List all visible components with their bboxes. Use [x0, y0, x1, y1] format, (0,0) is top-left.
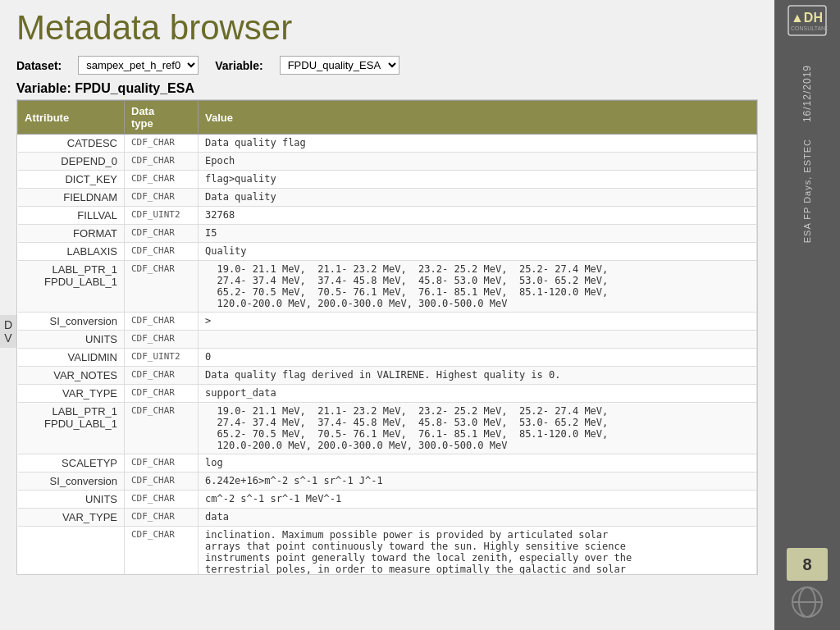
svg-text:CONSULTANCY: CONSULTANCY [791, 25, 828, 31]
table-cell-datatype: CDF_UINT2 [125, 349, 199, 367]
table-row: FILLVALCDF_UINT232768 [18, 207, 757, 225]
logo: ▲DH CONSULTANCY [787, 4, 828, 40]
col-header-attribute: Attribute [18, 101, 125, 135]
table-cell-attribute: FILLVAL [18, 207, 125, 225]
table-cell-attribute: SCALETYP [18, 454, 125, 472]
table-cell-value: Epoch [199, 153, 757, 171]
table-header-row: Attribute Datatype Value [18, 101, 757, 135]
table-row: VAR_TYPECDF_CHARsupport_data [18, 385, 757, 403]
col-header-value: Value [199, 101, 757, 135]
table-cell-attribute: CATDESC [18, 135, 125, 153]
table-cell-value: support_data [199, 385, 757, 403]
table-cell-datatype: CDF_UINT2 [125, 207, 199, 225]
svg-text:▲DH: ▲DH [791, 11, 823, 25]
table-cell-datatype: CDF_CHAR [125, 225, 199, 243]
sidebar-event: ESA FP Days, ESTEC [802, 139, 812, 243]
table-cell-value: Quality [199, 243, 757, 261]
table-cell-attribute: FIELDNAM [18, 189, 125, 207]
metadata-table: Attribute Datatype Value CATDESCCDF_CHAR… [17, 100, 757, 575]
table-cell-datatype: CDF_CHAR [125, 509, 199, 527]
table-cell-value: Data quality flag derived in VALIRENE. H… [199, 367, 757, 385]
table-row: CDF_CHARinclination. Maximum possible po… [18, 527, 757, 576]
table-row: LABLAXISCDF_CHARQuality [18, 243, 757, 261]
table-cell-value: data [199, 509, 757, 527]
table-cell-value: 19.0- 21.1 MeV, 21.1- 23.2 MeV, 23.2- 25… [199, 403, 757, 454]
table-row: SCALETYPCDF_CHARlog [18, 454, 757, 472]
metadata-table-container: Attribute Datatype Value CATDESCCDF_CHAR… [16, 99, 758, 575]
col-header-datatype: Datatype [125, 101, 199, 135]
table-row: UNITSCDF_CHAR [18, 331, 757, 349]
table-cell-attribute: UNITS [18, 331, 125, 349]
table-cell-datatype: CDF_CHAR [125, 331, 199, 349]
variable-select[interactable]: FPDU_quality_ESA [280, 56, 399, 75]
table-cell-attribute: SI_conversion [18, 472, 125, 491]
table-row: FORMATCDF_CHARI5 [18, 225, 757, 243]
table-cell-datatype: CDF_CHAR [125, 527, 199, 576]
table-cell-datatype: CDF_CHAR [125, 135, 199, 153]
table-cell-datatype: CDF_CHAR [125, 454, 199, 472]
table-cell-value: Data quality flag [199, 135, 757, 153]
table-row: UNITSCDF_CHARcm^-2 s^-1 sr^-1 MeV^-1 [18, 491, 757, 509]
variable-label: Variable: [215, 59, 262, 72]
table-cell-datatype: CDF_CHAR [125, 243, 199, 261]
table-row: LABL_PTR_1 FPDU_LABL_1CDF_CHAR 19.0- 21.… [18, 403, 757, 454]
dataset-label: Dataset: [16, 59, 62, 72]
page-number-badge: 8 [787, 548, 828, 581]
table-cell-attribute: LABL_PTR_1 FPDU_LABL_1 [18, 403, 125, 454]
table-cell-attribute: FORMAT [18, 225, 125, 243]
table-cell-datatype: CDF_CHAR [125, 385, 199, 403]
table-row: CATDESCCDF_CHARData quality flag [18, 135, 757, 153]
table-cell-value: inclination. Maximum possible power is p… [199, 527, 757, 576]
table-row: LABL_PTR_1 FPDU_LABL_1CDF_CHAR 19.0- 21.… [18, 261, 757, 313]
sidebar: ▲DH CONSULTANCY 16/12/2019 ESA FP Days, … [774, 0, 840, 630]
table-row: VAR_TYPECDF_CHARdata [18, 509, 757, 527]
table-cell-value: > [199, 313, 757, 331]
table-cell-datatype: CDF_CHAR [125, 313, 199, 331]
table-cell-value: 0 [199, 349, 757, 367]
table-cell-value: 19.0- 21.1 MeV, 21.1- 23.2 MeV, 23.2- 25… [199, 261, 757, 313]
table-cell-attribute: DICT_KEY [18, 171, 125, 189]
table-cell-datatype: CDF_CHAR [125, 403, 199, 454]
table-cell-attribute: LABLAXIS [18, 243, 125, 261]
dataset-select[interactable]: sampex_pet_h_ref0 [78, 56, 199, 75]
table-cell-datatype: CDF_CHAR [125, 189, 199, 207]
table-cell-datatype: CDF_CHAR [125, 153, 199, 171]
table-cell-attribute: VAR_TYPE [18, 385, 125, 403]
table-cell-value: Data quality [199, 189, 757, 207]
table-cell-datatype: CDF_CHAR [125, 491, 199, 509]
table-cell-datatype: CDF_CHAR [125, 171, 199, 189]
table-cell-attribute: UNITS [18, 491, 125, 509]
table-row: SI_conversionCDF_CHAR> [18, 313, 757, 331]
table-cell-attribute: DEPEND_0 [18, 153, 125, 171]
table-cell-attribute: VAR_NOTES [18, 367, 125, 385]
table-row: SI_conversionCDF_CHAR6.242e+16>m^-2 s^-1… [18, 472, 757, 491]
table-cell-attribute: VAR_TYPE [18, 509, 125, 527]
table-row: DEPEND_0CDF_CHAREpoch [18, 153, 757, 171]
table-cell-value: cm^-2 s^-1 sr^-1 MeV^-1 [199, 491, 757, 509]
table-cell-attribute: LABL_PTR_1 FPDU_LABL_1 [18, 261, 125, 313]
left-nav-button[interactable]: DV [0, 315, 16, 348]
table-cell-datatype: CDF_CHAR [125, 367, 199, 385]
table-cell-value: flag>quality [199, 171, 757, 189]
table-cell-value: log [199, 454, 757, 472]
sidebar-date: 16/12/2019 [801, 65, 813, 122]
variable-title: Variable: FPDU_quality_ESA [16, 81, 758, 96]
table-cell-value: I5 [199, 225, 757, 243]
table-row: FIELDNAMCDF_CHARData quality [18, 189, 757, 207]
table-cell-attribute: SI_conversion [18, 313, 125, 331]
table-cell-attribute: VALIDMIN [18, 349, 125, 367]
controls-row: Dataset: sampex_pet_h_ref0 Variable: FPD… [16, 56, 758, 75]
table-cell-value: 32768 [199, 207, 757, 225]
table-cell-value: 6.242e+16>m^-2 s^-1 sr^-1 J^-1 [199, 472, 757, 491]
bottom-icon [791, 586, 824, 622]
page-title: Metadata browser [16, 8, 758, 48]
table-cell-value [199, 331, 757, 349]
table-cell-datatype: CDF_CHAR [125, 472, 199, 491]
table-cell-attribute [18, 527, 125, 576]
table-row: DICT_KEYCDF_CHARflag>quality [18, 171, 757, 189]
table-row: VAR_NOTESCDF_CHARData quality flag deriv… [18, 367, 757, 385]
table-row: VALIDMINCDF_UINT20 [18, 349, 757, 367]
table-cell-datatype: CDF_CHAR [125, 261, 199, 313]
